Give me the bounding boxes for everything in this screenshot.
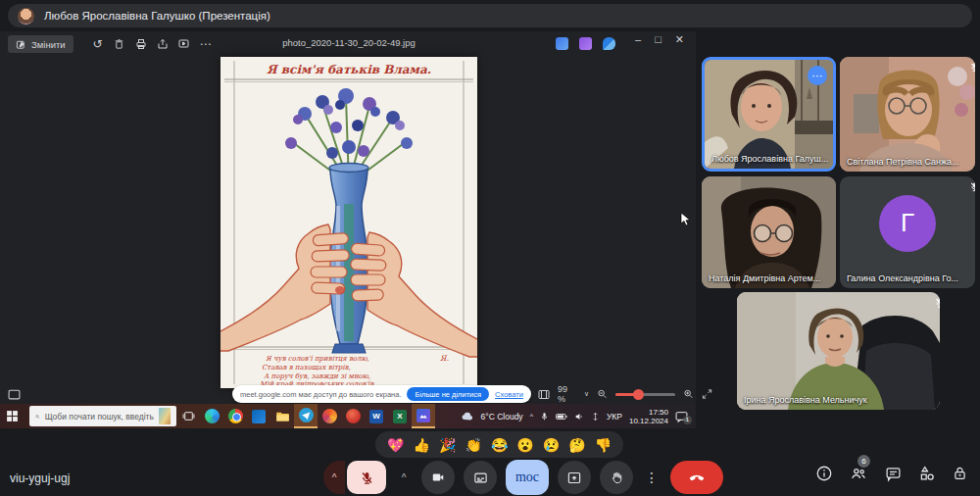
- search-placeholder: Щоби почати пошук, введіть: [45, 412, 154, 422]
- notification-text: meet.google.com має доступ до вашого екр…: [240, 390, 401, 399]
- clock[interactable]: 17:50 10.12.2024: [629, 408, 668, 425]
- notification-count-badge: 1: [683, 416, 692, 424]
- participant-tile-5[interactable]: Ірина Ярославівна Мельничук: [737, 292, 940, 410]
- zoom-slider-thumb[interactable]: [633, 389, 644, 400]
- fullscreen-icon[interactable]: [702, 388, 712, 400]
- participant-tile-1[interactable]: ⋯ Любов Ярославівна Галуш...: [702, 57, 836, 172]
- more-options-button[interactable]: ⋮: [642, 461, 662, 494]
- reactions-toggle-button[interactable]: moc: [506, 460, 549, 495]
- svg-text:А поруч був, завжди зі мною,: А поруч був, завжди зі мною,: [264, 372, 370, 380]
- participant-avatar: Г: [879, 195, 936, 252]
- host-controls-button[interactable]: [952, 465, 968, 482]
- print-icon[interactable]: [130, 35, 152, 53]
- outlook-icon[interactable]: [247, 404, 270, 428]
- more-icon[interactable]: ⋯: [195, 35, 217, 53]
- stop-sharing-button[interactable]: Більше не ділитися: [407, 387, 489, 401]
- app-icon-blue[interactable]: [556, 37, 568, 50]
- mic-control: ^: [323, 461, 386, 494]
- rotate-icon[interactable]: ↺: [87, 35, 109, 53]
- participant-name: Любов Ярославівна Галуш...: [711, 154, 828, 164]
- mic-toggle-button[interactable]: [347, 461, 386, 494]
- file-explorer-icon[interactable]: [270, 404, 294, 428]
- maximize-button[interactable]: □: [655, 33, 662, 46]
- reaction-thumbs-up[interactable]: 👍: [413, 437, 429, 453]
- reaction-cry[interactable]: 😢: [543, 437, 560, 453]
- zoom-in-icon[interactable]: [683, 388, 694, 400]
- chat-panel-button[interactable]: [884, 466, 903, 482]
- taskbar-search[interactable]: Щоби почати пошук, введіть: [29, 406, 176, 426]
- opera-icon[interactable]: [341, 404, 365, 428]
- shared-screen-photo-viewer: Змінити ↺ ⋯ photo_2020-11-30_20-02-49.jp…: [0, 31, 696, 404]
- participant-name: Ірина Ярославівна Мельничук: [744, 395, 867, 405]
- present-screen-button[interactable]: [558, 461, 591, 494]
- svg-text:Я чув солов'ї привітця волю,: Я чув солов'ї привітця волю,: [266, 355, 369, 363]
- participant-tile-2[interactable]: Світлана Петрівна Санжа...: [840, 57, 975, 172]
- camera-toggle-button[interactable]: [421, 461, 455, 494]
- captions-button[interactable]: [464, 461, 497, 494]
- volume-icon[interactable]: [574, 412, 584, 422]
- presenter-title: Любов Ярославівна Галушко (Презентація): [44, 10, 270, 22]
- zoom-dropdown-icon[interactable]: ∨: [584, 390, 589, 398]
- reaction-party[interactable]: 🎉: [439, 437, 456, 453]
- meeting-details-button[interactable]: [815, 465, 833, 482]
- share-icon[interactable]: [152, 35, 173, 53]
- zoom-slider[interactable]: [615, 393, 675, 396]
- camera-options-chevron[interactable]: ^: [395, 461, 413, 494]
- presenter-avatar: [18, 8, 34, 25]
- weather-cloud-icon: [461, 412, 474, 421]
- word-icon[interactable]: W: [365, 404, 388, 428]
- participant-name: Галина Олександрівна Го...: [847, 273, 958, 283]
- reaction-laugh[interactable]: 😂: [491, 437, 508, 453]
- photos-icon[interactable]: [412, 404, 435, 428]
- tray-chevron-icon[interactable]: ^: [530, 413, 533, 420]
- slideshow-icon[interactable]: [173, 35, 195, 53]
- firefox-icon[interactable]: [318, 404, 341, 428]
- mic-options-chevron[interactable]: ^: [323, 461, 345, 494]
- activities-button[interactable]: [918, 465, 936, 482]
- delete-icon[interactable]: [109, 35, 130, 53]
- reaction-heart[interactable]: 💖: [387, 437, 404, 453]
- reaction-surprised[interactable]: 😮: [516, 437, 533, 453]
- reaction-thumbs-down[interactable]: 👎: [595, 437, 612, 453]
- shared-photo-drawing: Я всім'я батьків Влама.: [220, 57, 477, 388]
- presenter-banner: Любов Ярославівна Галушко (Презентація): [8, 4, 972, 27]
- weather-text[interactable]: 6°C Cloudy: [481, 412, 523, 422]
- close-button[interactable]: ✕: [675, 33, 684, 46]
- people-panel-button[interactable]: 6: [849, 465, 868, 482]
- tray-mic-icon[interactable]: [540, 412, 549, 422]
- reaction-thinking[interactable]: 🤔: [568, 437, 585, 453]
- meet-controls: ^ ^ moc ⋮: [323, 460, 723, 495]
- action-center-icon[interactable]: 1: [675, 411, 688, 422]
- edge-icon[interactable]: [200, 404, 223, 428]
- raise-hand-button[interactable]: [600, 461, 633, 494]
- network-icon[interactable]: [591, 412, 600, 422]
- telegram-icon[interactable]: [294, 404, 318, 428]
- minimize-button[interactable]: –: [635, 33, 641, 46]
- app-icon-purple[interactable]: [579, 37, 592, 50]
- thumbnails-icon[interactable]: [8, 389, 21, 400]
- hide-link[interactable]: Сховати: [495, 390, 527, 399]
- pen-icon: [16, 39, 26, 50]
- language-indicator[interactable]: УКР: [607, 412, 622, 422]
- zoom-level[interactable]: 99 %: [558, 384, 576, 404]
- participant-tile-3[interactable]: Наталія Дмитрівна Артем...: [702, 176, 836, 288]
- tile-options-button[interactable]: ⋯: [808, 66, 827, 85]
- mouse-cursor: [680, 212, 691, 226]
- edit-button[interactable]: Змінити: [8, 35, 74, 53]
- drawing-signature: Я.: [440, 354, 449, 363]
- excel-icon[interactable]: X: [388, 404, 412, 428]
- zoom-out-icon[interactable]: [597, 388, 608, 400]
- battery-icon[interactable]: [556, 413, 567, 421]
- participant-tile-4[interactable]: Г Галина Олександрівна Го...: [840, 176, 975, 288]
- reaction-clap[interactable]: 👏: [465, 437, 481, 453]
- task-view-button[interactable]: [176, 404, 200, 428]
- meeting-code: viu-yguj-ugj: [10, 471, 70, 485]
- end-call-button[interactable]: [670, 461, 723, 494]
- onedrive-icon[interactable]: [603, 37, 615, 50]
- participant-name: Наталія Дмитрівна Артем...: [709, 273, 820, 283]
- viewer-app-icons: [556, 37, 615, 50]
- photo-toolbar: Змінити ↺ ⋯ photo_2020-11-30_20-02-49.jp…: [0, 31, 696, 57]
- chrome-icon[interactable]: [223, 404, 247, 428]
- start-button[interactable]: [0, 404, 24, 428]
- filmstrip-icon[interactable]: [538, 389, 550, 400]
